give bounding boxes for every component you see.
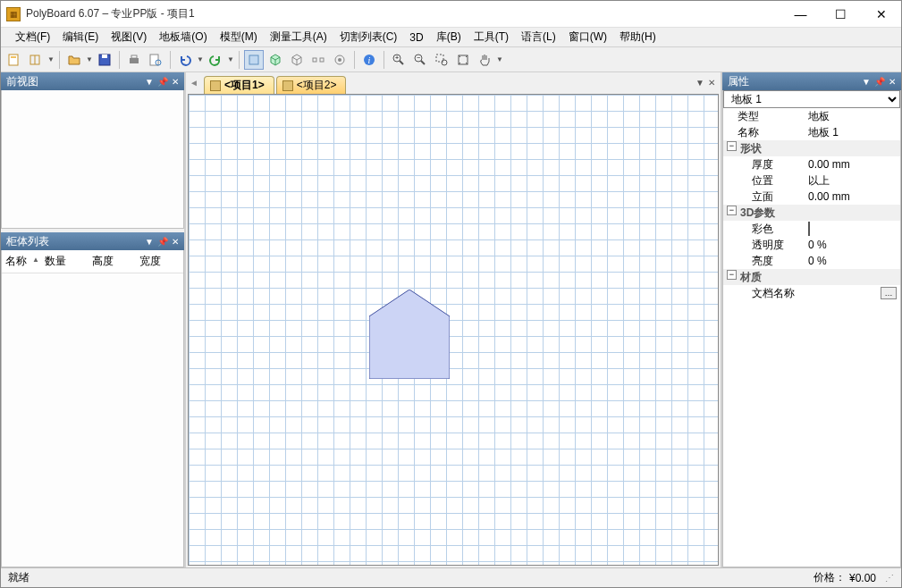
dropdown-icon[interactable]: ▼: [197, 55, 204, 63]
floor-shape[interactable]: [369, 290, 450, 379]
print-preview-button[interactable]: [146, 50, 165, 70]
new-project-button[interactable]: [4, 50, 24, 70]
maximize-button[interactable]: ☐: [821, 1, 861, 27]
collapse-icon[interactable]: −: [727, 206, 737, 215]
panel-close-icon[interactable]: ✕: [172, 77, 179, 87]
zoom-region-button[interactable]: [432, 50, 451, 70]
app-window: ▦ PolyBoard 6.07 – 专业PP版 - 项目1 — ☐ ✕ 文档(…: [0, 0, 902, 588]
settings-icon[interactable]: [330, 50, 350, 70]
close-button[interactable]: ✕: [861, 1, 901, 27]
browse-button[interactable]: …: [881, 287, 897, 299]
svg-rect-10: [249, 55, 258, 64]
col-qty[interactable]: 数量: [41, 254, 89, 269]
panel-dropdown-icon[interactable]: ▼: [145, 77, 154, 87]
panel-dropdown-icon[interactable]: ▼: [862, 77, 871, 87]
group-3d-params[interactable]: −3D参数: [723, 205, 900, 221]
prop-doc-name[interactable]: 文档名称…: [723, 285, 900, 301]
object-selector[interactable]: 地板 1: [723, 90, 900, 108]
menubar: 文档(F) 编辑(E) 视图(V) 地板墙(O) 模型(M) 测量工具(A) 切…: [1, 28, 901, 47]
prop-type[interactable]: 类型地板: [723, 108, 900, 124]
prop-position[interactable]: 位置以上: [723, 172, 900, 189]
front-view-body[interactable]: [1, 90, 184, 229]
svg-text:i: i: [368, 55, 371, 65]
tabs-dropdown-icon[interactable]: ▼: [695, 78, 704, 88]
prop-name[interactable]: 名称地板 1: [723, 124, 900, 140]
wireframe-button[interactable]: [287, 50, 307, 70]
prop-thickness[interactable]: 厚度0.00 mm: [723, 156, 900, 172]
zoom-in-button[interactable]: +: [389, 50, 409, 70]
collapse-icon[interactable]: −: [727, 270, 737, 280]
explode-button[interactable]: [308, 50, 328, 70]
panel-pin-icon[interactable]: 📌: [157, 237, 168, 247]
group-material[interactable]: −材质: [723, 269, 900, 285]
menu-measure[interactable]: 测量工具(A): [265, 28, 333, 46]
dropdown-icon[interactable]: ▼: [496, 55, 503, 63]
tab-project-2[interactable]: <项目2>: [276, 76, 347, 94]
color-swatch[interactable]: [808, 222, 810, 236]
properties-header[interactable]: 属性 ▼ 📌 ✕: [722, 72, 901, 90]
group-shape[interactable]: −形状: [723, 140, 900, 156]
menu-file[interactable]: 文档(F): [10, 28, 55, 46]
col-width[interactable]: 宽度: [136, 254, 183, 269]
menu-floorwall[interactable]: 地板墙(O): [154, 28, 212, 46]
save-button[interactable]: [95, 50, 114, 70]
tab-project-1[interactable]: <项目1>: [204, 76, 274, 94]
view-2d-button[interactable]: [244, 50, 264, 70]
pan-button[interactable]: [475, 50, 494, 70]
menu-3d[interactable]: 3D: [404, 29, 428, 46]
menu-help[interactable]: 帮助(H): [614, 28, 662, 46]
properties-title: 属性: [728, 74, 749, 89]
canvas[interactable]: [188, 94, 719, 566]
cabinet-list-title: 柜体列表: [6, 234, 49, 249]
view-3d-button[interactable]: [266, 50, 285, 70]
menu-model[interactable]: 模型(M): [215, 28, 263, 46]
collapse-icon[interactable]: −: [727, 141, 737, 151]
menu-view[interactable]: 视图(V): [105, 28, 152, 46]
prop-elevation[interactable]: 立面0.00 mm: [723, 189, 900, 205]
menu-edit[interactable]: 编辑(E): [57, 28, 104, 46]
svg-line-18: [400, 61, 403, 64]
prop-transparency[interactable]: 透明度0 %: [723, 237, 900, 253]
redo-button[interactable]: [206, 50, 225, 70]
new-cabinet-button[interactable]: [26, 50, 46, 70]
panel-pin-icon[interactable]: 📌: [874, 77, 885, 87]
menu-library[interactable]: 库(B): [431, 28, 467, 46]
statusbar: 就绪 价格： ¥0.00 ⋰: [1, 567, 901, 587]
zoom-out-button[interactable]: −: [410, 50, 430, 70]
front-view-header[interactable]: 前视图 ▼ 📌 ✕: [1, 72, 184, 90]
toolbar-separator: [384, 51, 384, 69]
zoom-fit-button[interactable]: [453, 50, 473, 70]
resize-grip-icon[interactable]: ⋰: [885, 573, 894, 583]
center-column: ◄ <项目1> <项目2> ▼ ✕: [184, 72, 722, 567]
dropdown-icon[interactable]: ▼: [86, 55, 93, 63]
panel-dropdown-icon[interactable]: ▼: [145, 237, 154, 247]
panel-close-icon[interactable]: ✕: [172, 237, 179, 247]
info-button[interactable]: i: [359, 50, 379, 70]
menu-cutlist[interactable]: 切割列表(C): [334, 28, 403, 46]
tabs-scroll-left-icon[interactable]: ◄: [190, 78, 198, 88]
panel-pin-icon[interactable]: 📌: [157, 77, 168, 87]
svg-rect-7: [131, 55, 137, 58]
dropdown-icon[interactable]: ▼: [47, 55, 55, 63]
minimize-button[interactable]: —: [780, 1, 821, 27]
cabinet-list-header[interactable]: 柜体列表 ▼ 📌 ✕: [1, 232, 184, 250]
menu-language[interactable]: 语言(L): [516, 28, 561, 46]
dropdown-icon[interactable]: ▼: [227, 55, 234, 63]
col-name[interactable]: 名称▲: [2, 254, 41, 269]
open-button[interactable]: [64, 50, 84, 70]
cabinet-columns: 名称▲ 数量 高度 宽度: [2, 250, 183, 273]
menu-tools[interactable]: 工具(T): [468, 28, 514, 46]
undo-button[interactable]: [175, 50, 195, 70]
toolbar-separator: [354, 51, 355, 69]
menu-window[interactable]: 窗口(W): [563, 28, 612, 46]
print-button[interactable]: [124, 50, 144, 70]
cabinet-list-panel: 柜体列表 ▼ 📌 ✕ 名称▲ 数量 高度 宽度: [1, 232, 184, 567]
svg-marker-26: [369, 290, 450, 379]
col-height[interactable]: 高度: [89, 254, 136, 269]
prop-brightness[interactable]: 亮度0 %: [723, 253, 900, 269]
prop-color[interactable]: 彩色: [723, 221, 900, 237]
app-icon: ▦: [6, 7, 21, 21]
tabs-close-icon[interactable]: ✕: [708, 78, 715, 88]
svg-rect-11: [313, 58, 316, 62]
panel-close-icon[interactable]: ✕: [889, 77, 896, 87]
